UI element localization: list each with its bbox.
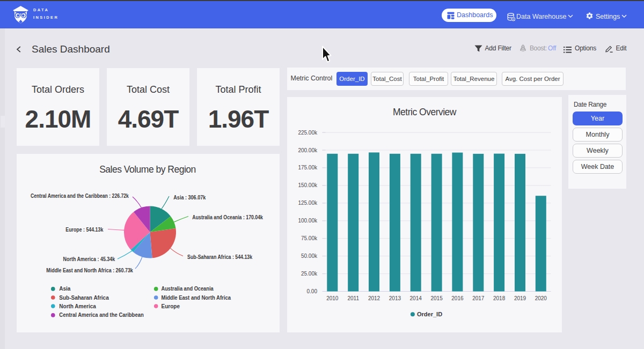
svg-text:100.00k: 100.00k [298,218,318,224]
svg-text:North America : 45.34k: North America : 45.34k [63,256,115,262]
svg-text:150.00k: 150.00k [298,182,318,188]
svg-text:Europe: Europe [162,303,180,309]
svg-text:Central America and the Caribb: Central America and the Caribbean : 226.… [31,193,129,199]
svg-text:75.00k: 75.00k [301,235,318,241]
svg-text:50.00k: 50.00k [301,253,318,259]
svg-text:2013: 2013 [389,295,401,301]
svg-text:2018: 2018 [493,295,506,301]
svg-text:Sub-Saharan Africa : 544.13k: Sub-Saharan Africa : 544.13k [187,254,252,260]
svg-text:2016: 2016 [451,295,464,301]
svg-text:2010: 2010 [326,295,339,301]
svg-text:North America: North America [59,303,96,309]
svg-text:Asia: Asia [59,286,71,292]
svg-text:2017: 2017 [472,295,485,301]
svg-text:125.00k: 125.00k [298,200,318,206]
svg-text:0.00: 0.00 [307,288,318,294]
svg-text:2011: 2011 [347,295,359,301]
svg-text:2020: 2020 [535,295,547,301]
svg-text:2012: 2012 [368,295,380,301]
svg-text:Central America and the Caribb: Central America and the Caribbean [59,312,143,318]
svg-text:Metric Overview: Metric Overview [393,107,457,117]
svg-text:Asia : 306.07k: Asia : 306.07k [173,195,206,201]
svg-text:Middle East and North Africa :: Middle East and North Africa : 260.73k [46,268,133,273]
svg-text:Australia and Oceania: Australia and Oceania [162,286,214,292]
svg-text:2015: 2015 [430,295,443,301]
svg-text:Australia and Oceania : 170.04: Australia and Oceania : 170.04k [192,214,263,220]
svg-text:Europe : 544.13k: Europe : 544.13k [65,227,103,233]
svg-text:Sub-Saharan Africa: Sub-Saharan Africa [59,295,109,301]
svg-text:25.00k: 25.00k [301,271,318,277]
svg-text:175.00k: 175.00k [298,165,318,170]
svg-text:2019: 2019 [514,295,526,301]
svg-text:Sales Volume by Region: Sales Volume by Region [99,164,196,175]
svg-text:2014: 2014 [410,295,422,301]
svg-text:Middle East and North Africa: Middle East and North Africa [162,295,231,301]
svg-text:Order_ID: Order_ID [417,311,442,317]
svg-text:200.00k: 200.00k [298,147,318,153]
svg-text:225.00k: 225.00k [298,130,318,136]
